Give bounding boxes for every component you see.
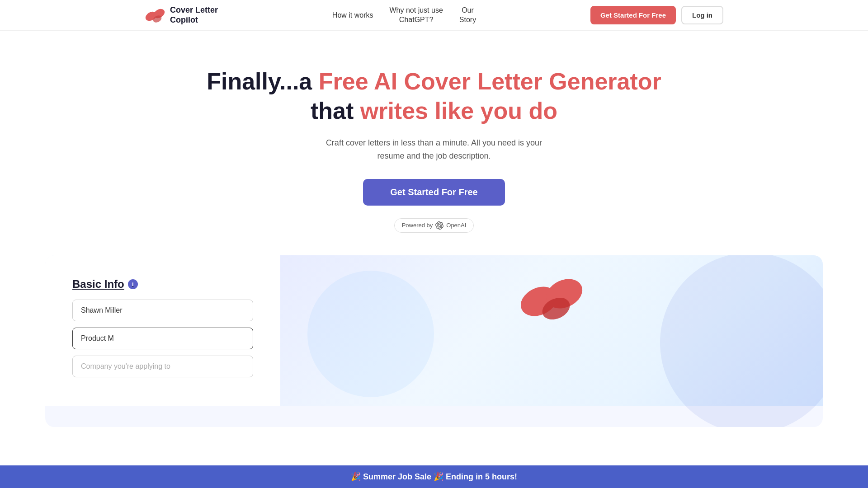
bottom-banner: 🎉 Summer Job Sale 🎉 Ending in 5 hours! xyxy=(0,465,868,488)
hero-section: Finally...a Free AI Cover Letter Generat… xyxy=(0,31,868,255)
form-logo xyxy=(515,269,588,328)
nav-why-chatgpt[interactable]: Why not just use ChatGPT? xyxy=(390,6,443,25)
info-icon[interactable]: i xyxy=(128,279,138,289)
logo-text-line2: Copilot xyxy=(170,15,218,25)
navbar: Cover Letter Copilot How it works Why no… xyxy=(0,0,868,31)
form-section: Basic Info i xyxy=(45,255,823,427)
hero-subtitle: Craft cover letters in less than a minut… xyxy=(181,136,687,163)
powered-by-text: Powered by xyxy=(402,222,433,229)
banner-text: 🎉 Summer Job Sale 🎉 Ending in 5 hours! xyxy=(351,472,517,481)
nav-actions: Get Started For Free Log in xyxy=(590,6,723,24)
hero-title-highlight: Free AI Cover Letter Generator xyxy=(319,68,661,94)
job-title-field-container xyxy=(72,328,253,349)
nav-login-button[interactable]: Log in xyxy=(681,6,723,24)
hero-title-highlight2: writes like you do xyxy=(360,98,557,124)
nav-get-started-button[interactable]: Get Started For Free xyxy=(590,6,676,24)
powered-by-badge: Powered by OpenAI xyxy=(394,218,474,233)
hero-title-prefix: Finally...a xyxy=(207,68,319,94)
form-left-panel: Basic Info i xyxy=(45,255,280,406)
name-input[interactable] xyxy=(72,300,253,321)
nav-our-story[interactable]: Our Story xyxy=(459,6,476,25)
nav-how-it-works[interactable]: How it works xyxy=(332,11,373,19)
name-field-container xyxy=(72,300,253,321)
basic-info-title: Basic Info i xyxy=(72,278,253,291)
form-right-panel xyxy=(280,255,823,406)
form-logo-icon xyxy=(515,269,588,328)
openai-icon xyxy=(435,221,443,230)
logo-icon xyxy=(145,6,165,24)
company-field-container xyxy=(72,356,253,377)
company-input[interactable] xyxy=(72,356,253,377)
hero-cta-button[interactable]: Get Started For Free xyxy=(363,179,505,206)
nav-links: How it works Why not just use ChatGPT? O… xyxy=(332,6,476,25)
job-title-input[interactable] xyxy=(72,328,253,349)
openai-text: OpenAI xyxy=(446,222,466,229)
logo-text-line1: Cover Letter xyxy=(170,5,218,15)
logo[interactable]: Cover Letter Copilot xyxy=(145,5,218,25)
hero-title: Finally...a Free AI Cover Letter Generat… xyxy=(181,67,687,126)
form-inner: Basic Info i xyxy=(45,255,823,406)
hero-title-suffix-prefix: that xyxy=(311,98,360,124)
basic-info-label: Basic Info xyxy=(72,278,124,291)
